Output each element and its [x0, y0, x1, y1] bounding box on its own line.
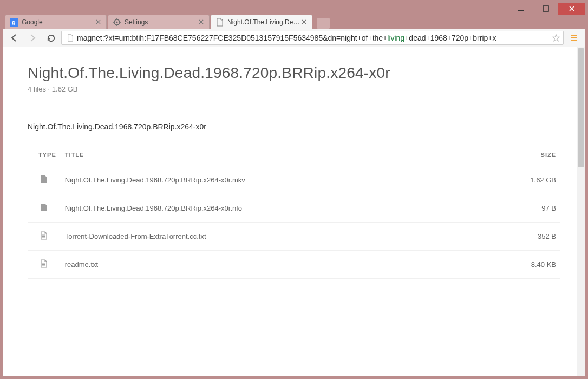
file-section: Night.Of.The.Living.Dead.1968.720p.BRRip…	[28, 122, 560, 279]
svg-rect-10	[571, 35, 577, 36]
file-title: readme.txt	[61, 251, 484, 279]
file-size: 352 B	[484, 223, 560, 251]
svg-rect-11	[571, 37, 577, 38]
folder-name: Night.Of.The.Living.Dead.1968.720p.BRRip…	[28, 122, 560, 131]
new-tab-button[interactable]	[317, 18, 330, 29]
col-type: TYPE	[28, 144, 61, 166]
svg-text:g: g	[12, 19, 16, 25]
close-button[interactable]	[558, 3, 585, 15]
col-size: SIZE	[484, 144, 560, 166]
table-row[interactable]: Night.Of.The.Living.Dead.1968.720p.BRRip…	[28, 166, 560, 194]
file-size: 1.62 GB	[484, 166, 560, 194]
window-titlebar	[3, 3, 585, 15]
tab-close-icon[interactable]	[94, 18, 102, 26]
file-size: 97 B	[484, 194, 560, 223]
file-title: Night.Of.The.Living.Dead.1968.720p.BRRip…	[61, 166, 484, 194]
torrent-page: Night.Of.The.Living.Dead.1968.720p.BRRip…	[3, 47, 585, 279]
minimize-button[interactable]	[508, 3, 533, 15]
file-type-icon	[28, 194, 61, 223]
url-text: magnet:?xt=urn:btih:F17FB68CE756227FCE32…	[77, 34, 551, 42]
svg-rect-0	[518, 10, 524, 11]
file-type-icon	[28, 166, 61, 194]
scrollbar-thumb[interactable]	[578, 48, 584, 167]
col-title: TITLE	[61, 144, 484, 166]
torrent-subtitle: 4 files · 1.62 GB	[28, 85, 560, 93]
gear-icon	[113, 18, 121, 27]
svg-rect-12	[571, 40, 577, 41]
bookmark-star-icon[interactable]	[551, 34, 561, 42]
browser-window: g Google Settings Night.Of.The.Living.De…	[3, 3, 585, 376]
tab-settings[interactable]: Settings	[108, 15, 210, 29]
tab-magnet[interactable]: Night.Of.The.Living.Dead.	[211, 15, 312, 29]
svg-point-5	[116, 21, 118, 23]
scrollbar[interactable]	[577, 47, 585, 376]
tab-label: Night.Of.The.Living.Dead.	[227, 18, 300, 26]
file-title: Torrent-Downloaded-From-ExtraTorrent.cc.…	[61, 223, 484, 251]
forward-button[interactable]	[24, 30, 41, 45]
address-bar[interactable]: magnet:?xt=urn:btih:F17FB68CE756227FCE32…	[61, 31, 564, 45]
tab-google[interactable]: g Google	[5, 15, 107, 29]
table-row[interactable]: readme.txt8.40 KB	[28, 251, 560, 279]
google-icon: g	[10, 18, 18, 27]
menu-button[interactable]	[566, 30, 582, 45]
maximize-button[interactable]	[533, 3, 558, 15]
back-button[interactable]	[6, 30, 22, 45]
page-viewport: Night.Of.The.Living.Dead.1968.720p.BRRip…	[3, 47, 585, 376]
toolbar: magnet:?xt=urn:btih:F17FB68CE756227FCE32…	[3, 29, 585, 47]
page-icon	[66, 34, 75, 42]
file-type-icon	[28, 251, 61, 279]
file-size: 8.40 KB	[484, 251, 560, 279]
reload-button[interactable]	[43, 30, 59, 45]
file-type-icon	[28, 223, 61, 251]
tab-label: Google	[22, 18, 94, 26]
file-title: Night.Of.The.Living.Dead.1968.720p.BRRip…	[61, 194, 484, 223]
torrent-title: Night.Of.The.Living.Dead.1968.720p.BRRip…	[28, 64, 560, 82]
tab-label: Settings	[125, 18, 197, 26]
svg-rect-1	[543, 6, 548, 11]
tab-strip: g Google Settings Night.Of.The.Living.De…	[3, 15, 585, 29]
table-row[interactable]: Night.Of.The.Living.Dead.1968.720p.BRRip…	[28, 194, 560, 223]
table-row[interactable]: Torrent-Downloaded-From-ExtraTorrent.cc.…	[28, 223, 560, 251]
tab-close-icon[interactable]	[300, 18, 308, 26]
tab-close-icon[interactable]	[197, 18, 205, 26]
file-table: TYPE TITLE SIZE Night.Of.The.Living.Dead…	[28, 144, 560, 279]
page-icon	[215, 18, 224, 27]
